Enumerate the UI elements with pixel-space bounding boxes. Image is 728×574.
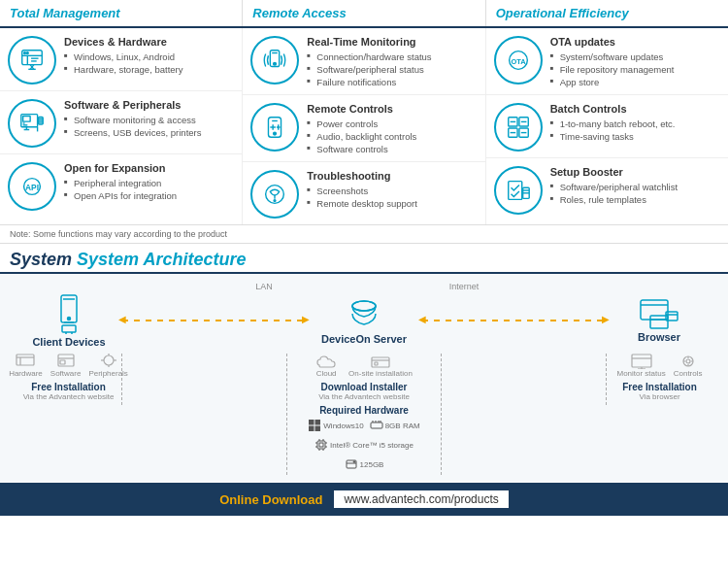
dh-bullet-1: ■Windows, Linux, Android bbox=[64, 51, 182, 63]
server-node: DeviceOn Server bbox=[306, 296, 422, 345]
svg-point-35 bbox=[274, 200, 276, 202]
svg-rect-102 bbox=[632, 355, 651, 367]
remote-controls-icon bbox=[250, 103, 299, 152]
browser-sub-controls: Controls bbox=[674, 354, 703, 378]
footer-url: www.advantech.com/products bbox=[334, 490, 508, 508]
client-details: Hardware Software bbox=[16, 354, 122, 405]
svg-rect-82 bbox=[309, 426, 314, 432]
realtime-title: Real-Time Monitoring bbox=[307, 36, 431, 48]
devices-hardware-icon bbox=[8, 36, 56, 84]
ota-bullet-1: ■System/software updates bbox=[550, 51, 675, 63]
remote-controls-content: Remote Controls ■Power controls ■Audio, … bbox=[307, 103, 416, 155]
svg-rect-66 bbox=[17, 355, 34, 365]
software-peripherals-icon bbox=[8, 99, 56, 148]
client-install-label: Free Installation bbox=[31, 382, 106, 392]
client-periph-label: Peripherals bbox=[88, 369, 127, 378]
features-col-2: Real-Time Monitoring ■Connection/hardwar… bbox=[243, 28, 485, 224]
internet-label: Internet bbox=[397, 282, 530, 291]
troubleshooting-title: Troubleshooting bbox=[307, 170, 417, 182]
required-hardware-label: Required Hardware bbox=[319, 405, 409, 416]
oe-bullet-2: ■Open APIs for integration bbox=[64, 189, 177, 202]
svg-point-25 bbox=[274, 62, 277, 65]
server-install-label: Download Installer bbox=[321, 382, 408, 392]
svg-rect-84 bbox=[371, 422, 382, 428]
footer-bar: Online Download www.advantech.com/produc… bbox=[0, 483, 728, 516]
client-install-sub: Via the Advantech website bbox=[23, 392, 115, 401]
software-peripherals-content: Software & Peripherals ■Software monitor… bbox=[64, 99, 201, 139]
svg-point-59 bbox=[352, 301, 376, 311]
browser-install-label: Free Installation bbox=[622, 382, 697, 392]
svg-point-3 bbox=[24, 52, 26, 54]
client-hw-label: Hardware bbox=[9, 369, 43, 378]
section-header-total: Total Management bbox=[0, 0, 243, 26]
svg-rect-46 bbox=[508, 182, 521, 200]
features-col-1: Devices & Hardware ■Windows, Linux, Andr… bbox=[0, 28, 243, 224]
troubleshooting-content: Troubleshooting ■Screenshots ■Remote des… bbox=[307, 170, 417, 210]
server-onsite-label: On-site installation bbox=[348, 369, 413, 378]
svg-rect-71 bbox=[60, 360, 65, 364]
section-header-operational: Operational Efficiency bbox=[486, 0, 728, 26]
batch-controls-title: Batch Controls bbox=[550, 103, 676, 115]
ota-icon: OTA bbox=[494, 36, 543, 84]
hw-cpu: Intel® Core™ i5 storage bbox=[314, 438, 414, 452]
rt-bullet-1: ■Connection/hardware status bbox=[307, 51, 431, 63]
browser-install-sub: Via browser bbox=[639, 392, 679, 401]
rc-bullet-3: ■Software controls bbox=[307, 143, 416, 155]
browser-sub-monitor: Monitor status bbox=[616, 354, 665, 378]
svg-rect-80 bbox=[309, 420, 314, 425]
devices-hardware-content: Devices & Hardware ■Windows, Linux, Andr… bbox=[64, 36, 182, 76]
bc-bullet-2: ■Time-saving tasks bbox=[550, 130, 676, 143]
feature-realtime: Real-Time Monitoring ■Connection/hardwar… bbox=[243, 28, 484, 94]
svg-point-101 bbox=[353, 461, 355, 463]
svg-rect-83 bbox=[315, 426, 321, 432]
ts-bullet-2: ■Remote desktop support bbox=[307, 197, 417, 210]
feature-ota: OTA OTA updates ■System/software updates… bbox=[486, 28, 728, 94]
software-peripherals-title: Software & Peripherals bbox=[64, 99, 201, 111]
svg-rect-79 bbox=[375, 362, 378, 365]
devices-hardware-title: Devices & Hardware bbox=[64, 36, 182, 48]
browser-title: Browser bbox=[638, 331, 680, 343]
ts-bullet-1: ■Screenshots bbox=[307, 185, 417, 197]
feature-setup-booster: Setup Booster ■Software/peripheral watch… bbox=[486, 157, 728, 220]
section-header-remote: Remote Access bbox=[243, 0, 485, 26]
batch-controls-icon bbox=[494, 103, 543, 152]
hw-storage: 125GB bbox=[345, 457, 384, 471]
svg-point-111 bbox=[686, 359, 690, 363]
arch-title: System System Architecture bbox=[0, 244, 728, 272]
client-sw-label: Software bbox=[50, 369, 82, 378]
client-sub-peripherals: Peripherals bbox=[88, 354, 127, 378]
svg-rect-54 bbox=[62, 325, 76, 332]
server-install-sub: Via the Advantech website bbox=[318, 392, 410, 401]
remote-controls-title: Remote Controls bbox=[307, 103, 416, 115]
feature-open-expansion: API Open for Expansion ■Peripheral integ… bbox=[0, 153, 242, 217]
svg-point-28 bbox=[274, 132, 277, 135]
hw-win10: Windows10 bbox=[308, 419, 363, 432]
lan-label: LAN bbox=[197, 282, 330, 291]
dh-bullet-2: ■Hardware, storage, battery bbox=[64, 63, 182, 76]
rt-bullet-3: ■Failure notifications bbox=[307, 76, 431, 88]
server-sub-cloud: Cloud bbox=[315, 354, 337, 378]
svg-rect-81 bbox=[315, 420, 321, 425]
realtime-icon bbox=[250, 36, 299, 84]
open-expansion-title: Open for Expansion bbox=[64, 162, 177, 174]
svg-rect-60 bbox=[641, 300, 668, 320]
ota-title: OTA updates bbox=[550, 36, 675, 48]
sp-bullet-1: ■Software monitoring & access bbox=[64, 114, 201, 126]
sb-bullet-1: ■Software/peripheral watchlist bbox=[550, 181, 678, 193]
client-node: Client Devices bbox=[16, 293, 122, 348]
oe-bullet-1: ■Peripheral integration bbox=[64, 177, 177, 189]
setup-booster-content: Setup Booster ■Software/peripheral watch… bbox=[550, 166, 678, 206]
client-sub-software: Software bbox=[50, 354, 82, 378]
feature-devices-hardware: Devices & Hardware ■Windows, Linux, Andr… bbox=[0, 28, 242, 90]
ota-bullet-3: ■App store bbox=[550, 76, 675, 88]
svg-rect-90 bbox=[319, 443, 323, 447]
svg-text:API: API bbox=[25, 183, 39, 192]
troubleshooting-icon bbox=[250, 170, 299, 219]
client-sub-hardware: Hardware bbox=[9, 354, 43, 378]
browser-details: Monitor status Controls Free Installatio… bbox=[606, 354, 712, 405]
batch-controls-content: Batch Controls ■1-to-many batch reboot, … bbox=[550, 103, 676, 143]
features-col-3: OTA OTA updates ■System/software updates… bbox=[486, 28, 728, 224]
svg-point-4 bbox=[26, 52, 28, 54]
browser-controls-label: Controls bbox=[674, 369, 703, 378]
setup-booster-title: Setup Booster bbox=[550, 166, 678, 178]
